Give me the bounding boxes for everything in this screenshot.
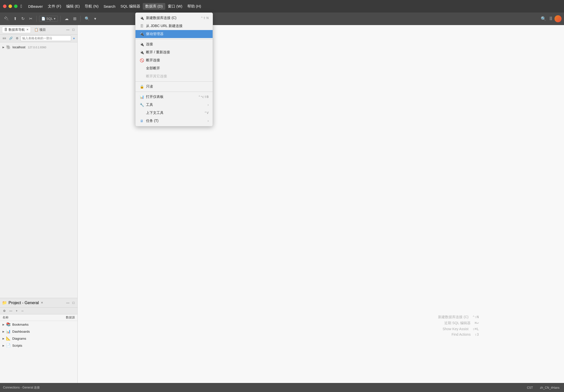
shortcut-row-2: 近期 SQL 编辑器 ⌘↩: [438, 321, 479, 325]
toolbar-separator-3: [80, 16, 81, 22]
project-panel-header: 📁 Project - General ✕ — □: [0, 298, 77, 308]
menubar:  DBeaver 文件 (F) 编辑 (E) 导航 (N) Search SQ…: [0, 0, 564, 13]
project-item-diagrams[interactable]: ▶ 📐 Diagrams: [0, 335, 77, 342]
db-server-icon: 🐘: [6, 45, 11, 50]
db-navigator-toolbar: ≡≡ 🔗 ⚙ ▾: [0, 35, 77, 42]
nav-collapse-btn[interactable]: ≡≡: [2, 36, 7, 41]
nav-filter-btn[interactable]: ▾: [72, 36, 76, 41]
menu-app-name[interactable]: DBeaver: [26, 3, 45, 10]
menu-file[interactable]: 文件 (F): [45, 3, 64, 10]
dashboard-shortcut: ⌃⌥⇧B: [198, 95, 209, 99]
db-navigator-tab-icon: 🗄: [4, 28, 8, 32]
panel-minimize-btn[interactable]: —: [65, 27, 70, 32]
status-locale[interactable]: zh_CN_#Hans: [538, 385, 561, 390]
nav-search-wrap: [21, 36, 71, 41]
menu-entry-new-connection[interactable]: 🔌 新建数据库连接 (C) ⌃⇧ N: [135, 14, 213, 22]
apps-grid-icon[interactable]: ⠿: [549, 16, 552, 22]
menu-sql-editor[interactable]: SQL 编辑器: [118, 3, 143, 10]
menu-entry-jdbc-url[interactable]: 🗄 从 JDBC URL 新建连接: [135, 22, 213, 30]
db-navigator-header: 🗄 数据库导航 ✕ 📋 项目 — □: [0, 25, 77, 35]
menu-search[interactable]: Search: [101, 3, 118, 10]
menu-entry-tools[interactable]: 🔧 工具 ›: [135, 101, 213, 109]
status-timezone[interactable]: CST: [525, 385, 534, 390]
col-name-header: 名称: [3, 315, 60, 320]
toolbar-sql-btn[interactable]: 📄 SQL ▾: [39, 16, 58, 22]
reconnect-label: 断开 / 重新连接: [146, 50, 209, 55]
tools-arrow-icon: ›: [208, 103, 209, 107]
project-tab-icon: 📋: [34, 28, 38, 32]
toolbar-nav-up-btn[interactable]: ✂: [28, 15, 34, 22]
sql-dropdown-arrow: ▾: [54, 17, 56, 21]
reconnect-icon: 🔌: [139, 50, 144, 55]
menu-separator-1: [135, 39, 213, 39]
bookmarks-folder-icon: 📚: [6, 322, 11, 327]
tab-db-navigator[interactable]: 🗄 数据库导航 ✕: [2, 27, 31, 33]
user-avatar[interactable]: [554, 15, 561, 22]
menu-database[interactable]: 数据库 (D): [143, 3, 165, 10]
toolbar: 🔌 ⬆ ↻ ✂ 📄 SQL ▾ ☁ ⊞ 🔍 ▾ 🔍 ⠿: [0, 13, 564, 25]
menu-entry-context-tools[interactable]: 上下文工具 ⌃V: [135, 109, 213, 117]
menu-window[interactable]: 窗口 (W): [165, 3, 185, 10]
panel-maximize-btn[interactable]: □: [71, 27, 75, 32]
project-panel: 📁 Project - General ✕ — □ ⚙ — + ↔ 名称 数据源: [0, 298, 77, 383]
context-tools-icon: [139, 111, 144, 115]
project-panel-title: Project - General: [9, 301, 39, 305]
menu-help[interactable]: 帮助 (H): [185, 3, 204, 10]
toolbar-grid-btn[interactable]: ⊞: [72, 15, 78, 22]
toolbar-nav-back-btn[interactable]: ⬆: [12, 15, 18, 22]
dashboards-folder-icon: 📊: [6, 329, 11, 334]
tree-item-localhost[interactable]: ▶ 🐘 localhost 127.0.0.1:8360: [0, 44, 77, 51]
menu-entry-driver-manager[interactable]: 🔌 驱动管理器: [135, 30, 213, 38]
project-item-scripts[interactable]: ▶ 📄 Scripts: [0, 342, 77, 349]
menu-entry-connect[interactable]: 🔌 连接: [135, 40, 213, 48]
menu-edit[interactable]: 编辑 (E): [64, 3, 82, 10]
project-panel-close[interactable]: ✕: [41, 301, 43, 304]
tab-project[interactable]: 📋 项目: [32, 27, 48, 33]
disconnect-others-icon: [139, 74, 144, 79]
shortcut-label-3: Show Key Assist: [443, 327, 469, 331]
close-button[interactable]: [3, 5, 7, 8]
nav-settings-btn[interactable]: ⚙: [15, 36, 20, 41]
diagrams-folder-icon: 📐: [6, 336, 11, 341]
project-item-dashboards[interactable]: ▶ 📊 Dashboards: [0, 328, 77, 335]
menu-nav[interactable]: 导航 (N): [82, 3, 101, 10]
project-item-bookmarks[interactable]: ▶ 📚 Bookmarks: [0, 321, 77, 328]
menu-entry-disconnect-all[interactable]: 全部断开: [135, 64, 213, 72]
shortcut-label-4: Find Actions: [452, 332, 471, 336]
menu-entry-readonly[interactable]: 🔒 只读: [135, 83, 213, 91]
project-settings-btn[interactable]: ⚙: [2, 309, 7, 313]
scripts-folder-icon: 📄: [6, 343, 11, 348]
project-add-btn[interactable]: +: [15, 309, 19, 313]
shortcuts-info: 新建数据库连接 (C) ⌃⇧N 近期 SQL 编辑器 ⌘↩ Show Key A…: [438, 315, 479, 338]
traffic-lights: [3, 5, 18, 8]
project-maximize-btn[interactable]: □: [71, 300, 75, 305]
menu-entry-dashboard[interactable]: 📊 打开仪表板 ⌃⌥⇧B: [135, 93, 213, 101]
global-search-button[interactable]: 🔍: [539, 15, 548, 23]
project-link-btn[interactable]: ↔: [20, 309, 25, 313]
toolbar-connect-btn[interactable]: 🔌: [3, 15, 11, 22]
maximize-button[interactable]: [14, 5, 18, 8]
project-folder-icon: 📁: [2, 300, 7, 305]
context-tools-shortcut: ⌃V: [204, 111, 209, 115]
minimize-button[interactable]: [9, 5, 12, 8]
db-navigator-tab-close[interactable]: ✕: [26, 28, 29, 31]
nav-search-input[interactable]: [21, 36, 71, 41]
menu-entry-tasks[interactable]: 🖥 任务 (T) ›: [135, 117, 213, 125]
shortcut-row-4: Find Actions ⇧3: [438, 332, 479, 336]
toolbar-nav-forward-btn[interactable]: ↻: [20, 15, 26, 22]
panel-actions: — □: [65, 27, 75, 32]
menu-entry-disconnect[interactable]: 🚫 断开连接: [135, 56, 213, 64]
nav-link-btn[interactable]: 🔗: [8, 36, 14, 41]
menu-entry-reconnect[interactable]: 🔌 断开 / 重新连接: [135, 48, 213, 56]
new-connection-label: 新建数据库连接 (C): [146, 16, 199, 20]
toolbar-separator-1: [36, 16, 37, 22]
server-hostname: localhost: [13, 45, 25, 49]
disconnect-all-icon: [139, 66, 144, 71]
project-collapse-btn[interactable]: —: [8, 309, 13, 313]
toolbar-search-btn[interactable]: 🔍: [83, 15, 91, 22]
project-minimize-btn[interactable]: —: [65, 300, 70, 305]
toolbar-dropdown-btn[interactable]: ▾: [93, 15, 98, 22]
toolbar-cloud-btn[interactable]: ☁: [63, 15, 70, 22]
connect-icon: 🔌: [139, 42, 144, 47]
jdbc-url-label: 从 JDBC URL 新建连接: [146, 24, 209, 28]
